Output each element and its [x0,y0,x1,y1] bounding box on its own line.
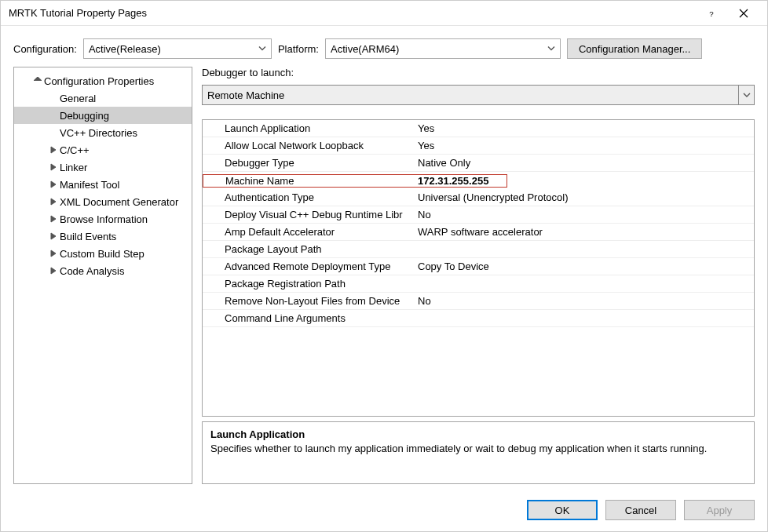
tree-root-label: Configuration Properties [44,75,154,87]
ok-label: OK [555,505,570,516]
configuration-manager-button[interactable]: Configuration Manager... [567,38,702,59]
tree-item-label: Custom Build Step [60,248,144,260]
chevron-down-icon [547,43,555,55]
property-grid: Launch ApplicationYesAllow Local Network… [202,119,755,417]
tree-item-label: Browse Information [60,213,148,225]
tree-item-label: Debugging [60,110,109,122]
configuration-label: Configuration: [13,43,77,55]
property-name: Allow Local Network Loopback [203,140,413,151]
property-row[interactable]: Allow Local Network LoopbackYes [203,137,754,155]
platform-label: Platform: [278,43,319,55]
property-name: Advanced Remote Deployment Type [203,261,413,272]
property-name: Remove Non-Layout Files from Device [203,295,413,307]
property-row[interactable]: Advanced Remote Deployment TypeCopy To D… [203,258,754,275]
triangle-closed-icon [49,249,58,258]
property-row[interactable]: Remove Non-Layout Files from DeviceNo [203,293,754,310]
property-name: Amp Default Accelerator [203,226,413,238]
property-row[interactable]: Command Line Arguments [203,310,754,327]
property-row[interactable]: Deploy Visual C++ Debug Runtime LibrNo [203,206,754,224]
titlebar: MRTK Tutorial Property Pages ? [1,1,767,26]
property-value: WARP software accelerator [413,226,754,238]
dialog-footer: OK Cancel Apply [1,492,767,531]
close-button[interactable] [728,1,759,26]
window-title: MRTK Tutorial Property Pages [9,7,697,19]
property-row[interactable]: Amp Default AcceleratorWARP software acc… [203,224,754,241]
tree-item-label: General [60,93,96,104]
configuration-value: Active(Release) [89,43,161,55]
config-toolbar: Configuration: Active(Release) Platform:… [1,26,767,67]
triangle-closed-icon [49,266,58,275]
property-row[interactable]: Package Layout Path [203,241,754,258]
tree-item-linker[interactable]: Linker [14,159,192,176]
cancel-button[interactable]: Cancel [605,500,676,520]
chevron-down-icon [258,43,266,55]
help-box: Launch Application Specifies whether to … [202,421,755,484]
tree-item-custom-build-step[interactable]: Custom Build Step [14,245,192,262]
property-name: Package Registration Path [203,278,413,290]
tree-item-general[interactable]: General [14,89,192,107]
debugger-launch-label: Debugger to launch: [202,67,755,78]
property-name: Authentication Type [203,191,413,203]
tree-item-browse-information[interactable]: Browse Information [14,210,192,228]
tree-root[interactable]: Configuration Properties [14,72,192,89]
ok-button[interactable]: OK [527,500,598,520]
help-title: Launch Application [210,428,746,440]
tree-item-label: VC++ Directories [60,127,137,139]
svg-text:?: ? [709,9,714,17]
property-value: 172.31.255.255 [413,174,507,188]
debugger-launch-value: Remote Machine [207,89,284,101]
triangle-closed-icon [49,214,58,224]
tree-item-code-analysis[interactable]: Code Analysis [14,262,192,279]
tree-item-xml-document-generator[interactable]: XML Document Generator [14,193,192,210]
help-button[interactable]: ? [697,1,728,26]
property-row[interactable]: Authentication TypeUniversal (Unencrypte… [203,189,754,206]
tree-item-label: Code Analysis [60,265,124,277]
tree-spacer [49,128,58,137]
debugger-launch-combo[interactable]: Remote Machine [202,85,755,105]
property-value: Yes [413,140,754,151]
property-row[interactable]: Launch ApplicationYes [203,120,754,137]
tree-spacer [49,111,58,120]
apply-button[interactable]: Apply [684,500,755,520]
platform-value: Active(ARM64) [331,43,399,55]
property-name: Machine Name [203,174,413,188]
platform-combo[interactable]: Active(ARM64) [325,38,561,59]
close-icon [739,9,748,18]
triangle-closed-icon [49,197,58,206]
right-pane: Debugger to launch: Remote Machine Launc… [202,67,755,484]
help-description: Specifies whether to launch my applicati… [210,442,746,456]
property-value: No [413,209,754,220]
property-value: Yes [413,122,754,134]
tree-item-debugging[interactable]: Debugging [14,107,192,124]
property-row[interactable]: Package Registration Path [203,275,754,293]
tree-panel: Configuration Properties GeneralDebuggin… [13,67,192,484]
apply-label: Apply [707,505,733,516]
configuration-manager-label: Configuration Manager... [579,43,690,55]
tree-item-label: Manifest Tool [60,179,119,191]
tree-item-label: Build Events [60,231,116,242]
tree-item-label: Linker [60,162,87,173]
chevron-down-icon [738,86,754,104]
tree-item-c-c-[interactable]: C/C++ [14,141,192,159]
main-area: Configuration Properties GeneralDebuggin… [1,67,767,492]
property-name: Package Layout Path [203,243,413,255]
property-name: Deploy Visual C++ Debug Runtime Libr [203,209,413,220]
property-value: No [413,295,754,307]
tree-spacer [49,93,58,103]
property-value: Native Only [413,157,754,169]
tree-item-manifest-tool[interactable]: Manifest Tool [14,176,192,193]
triangle-closed-icon [49,145,58,155]
configuration-combo[interactable]: Active(Release) [83,38,272,59]
property-row[interactable]: Debugger TypeNative Only [203,155,754,172]
property-value: Universal (Unencrypted Protocol) [413,191,754,203]
tree-item-vc-directories[interactable]: VC++ Directories [14,124,192,141]
triangle-closed-icon [49,231,58,241]
property-name: Debugger Type [203,157,413,169]
property-name: Command Line Arguments [203,312,413,324]
property-value: Copy To Device [413,261,754,272]
help-icon: ? [708,9,717,18]
property-row[interactable]: Machine Name172.31.255.255 [203,172,754,189]
triangle-closed-icon [49,162,58,172]
triangle-closed-icon [49,180,58,189]
tree-item-build-events[interactable]: Build Events [14,228,192,245]
